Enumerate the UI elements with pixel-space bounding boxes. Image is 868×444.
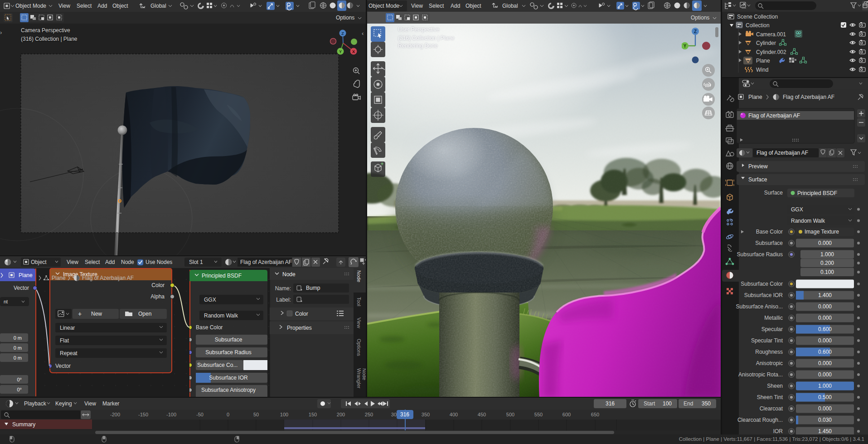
svg-text:Flag of Azerbaijan AF: Flag of Azerbaijan AF [756,150,808,156]
svg-text:Surface: Surface [764,190,783,196]
svg-text:0.000: 0.000 [818,371,832,378]
svg-text:Open: Open [138,311,151,317]
svg-text:316: 316 [606,400,615,407]
svg-text:Subsurface Co...: Subsurface Co... [197,362,238,368]
svg-text:Anisotropic Rota...: Anisotropic Rota... [738,371,783,378]
svg-text:Marker: Marker [102,400,119,407]
svg-text:Subsurface Anisotropy: Subsurface Anisotropy [201,387,256,393]
svg-text:Y: Y [339,49,342,54]
svg-text:Color: Color [295,311,308,317]
svg-text:Node: Node [282,271,296,278]
svg-text:316: 316 [400,411,409,418]
svg-text:Preview: Preview [748,163,768,170]
svg-text:Random Walk: Random Walk [204,312,238,319]
svg-text:Cylinder.002: Cylinder.002 [756,49,786,55]
svg-text:Z: Z [694,29,697,34]
svg-text:0.000: 0.000 [818,303,832,310]
svg-text:Image Texture: Image Texture [805,229,839,235]
svg-text:0.000: 0.000 [818,360,832,366]
svg-text:Subsurface Aniso...: Subsurface Aniso... [736,303,783,310]
svg-text:Principled BSDF: Principled BSDF [202,273,242,279]
svg-text:Base Color: Base Color [756,229,783,235]
svg-text:Collection: Collection [746,22,770,29]
svg-text:1.400: 1.400 [818,292,832,298]
svg-text:0.000: 0.000 [818,240,832,246]
svg-text:Clearcoat: Clearcoat [760,405,783,412]
svg-text:Z: Z [341,31,344,36]
svg-text:Base Color: Base Color [196,324,223,331]
svg-text:0.000: 0.000 [818,337,832,344]
svg-text:Roughness: Roughness [755,349,783,355]
svg-text:Surface: Surface [748,176,767,183]
svg-text:1.450: 1.450 [818,428,832,434]
svg-text:Keying: Keying [55,400,72,407]
svg-text:Y: Y [684,44,687,49]
svg-text:Specular Tint: Specular Tint [751,337,783,344]
svg-text:Linear: Linear [60,325,75,331]
svg-text:End: End [684,400,693,407]
svg-text:Flag of Azerbaijan AF: Flag of Azerbaijan AF [748,112,800,119]
svg-text:0 m: 0 m [14,355,22,361]
svg-text:350: 350 [422,412,430,417]
svg-text:400: 400 [450,412,458,417]
svg-text:0.200: 0.200 [820,260,834,266]
svg-text:Cylinder: Cylinder [756,40,776,46]
svg-text:Vector: Vector [14,285,29,291]
svg-text:200: 200 [337,412,345,417]
svg-text:-150: -150 [138,412,148,417]
svg-text:GGX: GGX [204,297,216,303]
svg-text:Label:: Label: [276,297,291,303]
svg-text:Metallic: Metallic [219,396,238,397]
svg-text:1.000: 1.000 [820,251,834,258]
svg-text:Specular: Specular [761,326,783,332]
svg-text:0°: 0° [17,377,22,382]
svg-text:100: 100 [280,412,288,417]
svg-text:Scene Collection: Scene Collection [737,14,778,20]
svg-text:Anisotropic: Anisotropic [756,360,783,366]
svg-text:+: + [78,310,82,317]
svg-text:Random Walk: Random Walk [791,218,825,224]
svg-text:Bump: Bump [306,285,320,291]
svg-text:Plane: Plane [748,94,762,100]
svg-text:Plane: Plane [756,58,770,64]
svg-text:Camera.001: Camera.001 [756,31,786,38]
svg-text:Name:: Name: [275,285,291,292]
svg-text:Properties: Properties [287,325,312,331]
svg-text:Clearcoat Rough...: Clearcoat Rough... [737,417,783,423]
svg-text:Subsurface Radius: Subsurface Radius [737,251,783,258]
svg-text:Subsurface Radius: Subsurface Radius [205,349,251,356]
svg-text:550: 550 [534,412,543,417]
svg-text:New: New [91,311,102,317]
svg-text:Summary: Summary [12,421,35,428]
svg-text:0.000: 0.000 [818,405,832,412]
svg-text:500: 500 [506,412,514,417]
svg-text:Plane: Plane [19,272,33,278]
svg-text:Metallic: Metallic [764,315,783,321]
svg-text:100: 100 [663,400,672,407]
svg-text:0 m: 0 m [14,335,22,341]
svg-text:View: View [84,400,96,407]
svg-text:Flat: Flat [60,337,69,344]
svg-text:Playback: Playback [24,400,47,407]
svg-text:Subsurface IOR: Subsurface IOR [209,375,248,381]
svg-text:0.500: 0.500 [818,394,832,400]
svg-text:nt: nt [4,299,8,304]
svg-text:-200: -200 [110,412,120,417]
svg-text:Flag of Azerbaijan AF: Flag of Azerbaijan AF [783,94,834,100]
svg-text:Repeat: Repeat [60,350,78,356]
svg-text:-50: -50 [196,412,204,417]
svg-text:0.000: 0.000 [818,315,832,321]
svg-text:Color: Color [151,282,165,288]
svg-text:250: 250 [365,412,373,417]
svg-text:Vector: Vector [55,363,71,369]
svg-text:Wind: Wind [756,67,768,73]
svg-text:Flag of Azerbaijan AF: Flag of Azerbaijan AF [82,275,134,281]
svg-text:-100: -100 [166,412,176,417]
svg-text:Start: Start [644,400,655,407]
svg-text:150: 150 [309,412,317,417]
svg-text:Subsurface IOR: Subsurface IOR [744,292,783,298]
svg-text:50: 50 [253,412,259,417]
svg-text:600: 600 [563,412,571,417]
svg-text:1.000: 1.000 [818,383,832,389]
svg-text:0°: 0° [17,387,22,392]
